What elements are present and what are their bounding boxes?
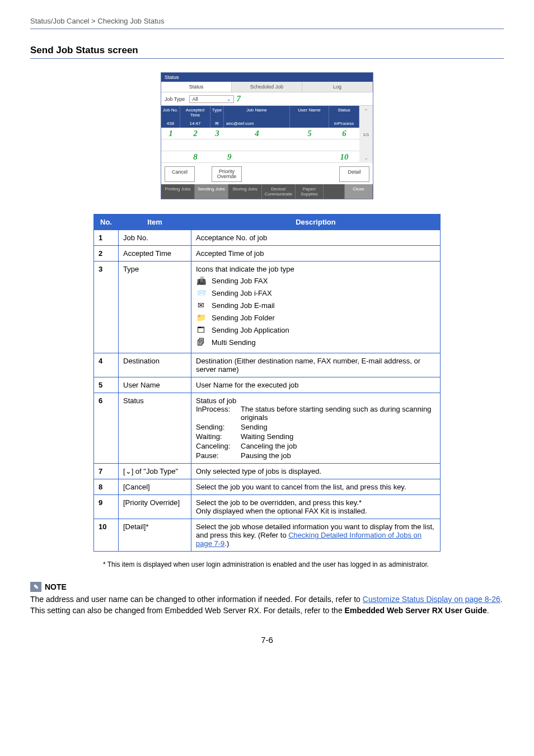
th-item: Item: [119, 214, 191, 230]
close-button[interactable]: Close: [345, 184, 373, 199]
row-no: 7: [99, 467, 102, 475]
row-no: 2: [99, 249, 102, 258]
table-row[interactable]: 438 14:47 ✉ abc@def.com InProcess: [161, 119, 359, 128]
row-item: Destination: [119, 353, 191, 377]
table-row: 2 Accepted Time Accepted Time of job: [94, 246, 441, 262]
row-desc: Only selected type of jobs is displayed.: [191, 464, 441, 479]
cell-type-icon: ✉: [210, 119, 224, 128]
job-type-dropdown[interactable]: All ⌄: [189, 95, 234, 103]
type-label: Sending Job Application: [212, 326, 289, 334]
page-number: 7-6: [30, 635, 504, 645]
footer-tab-device[interactable]: Device/ Communicate: [262, 184, 296, 199]
cell-user: [290, 119, 329, 128]
row-desc: Select the job to be overridden, and pre…: [191, 495, 441, 519]
row-desc: User Name for the executed job: [191, 377, 441, 393]
tab-status[interactable]: Status: [161, 82, 232, 92]
screenshot-figure: Status Status Scheduled Job Log Job Type…: [30, 72, 504, 199]
divider: [30, 29, 504, 29]
chevron-up-icon: ⌃: [364, 108, 368, 114]
type-label: Multi Sending: [212, 338, 256, 347]
status-key: Waiting:: [196, 432, 241, 441]
footer-tab-sending[interactable]: Sending Jobs: [195, 184, 228, 199]
type-label: Sending Job E-mail: [212, 301, 275, 310]
note-icon: ✎: [30, 582, 41, 592]
tab-log[interactable]: Log: [302, 82, 373, 92]
callout-4: 4: [255, 129, 259, 138]
row-desc: Select the job you want to cancel from t…: [191, 479, 441, 495]
status-val: Canceling the job: [241, 442, 435, 450]
ifax-icon: 📨: [196, 288, 206, 298]
application-icon: 🗔: [196, 325, 206, 335]
footer-tab-printing[interactable]: Printing Jobs: [161, 184, 195, 199]
row-desc: Icons that indicate the job type 📠Sendin…: [191, 262, 441, 353]
detail-button[interactable]: Detail: [339, 166, 369, 182]
callout-10: 10: [340, 152, 349, 162]
table-row: 7 [⌄] of "Job Type" Only selected type o…: [94, 464, 441, 479]
table-row: 10 [Detail]* Select the job whose detail…: [94, 519, 441, 552]
cell-status: InProcess: [329, 119, 359, 128]
note-heading: NOTE: [45, 582, 67, 591]
chevron-down-icon: ⌄: [125, 467, 132, 475]
cell-time: 14:47: [180, 119, 210, 128]
status-val: Sending: [241, 423, 435, 431]
table-row: 4 Destination Destination (Either destin…: [94, 353, 441, 377]
scrollbar[interactable]: ⌃ 1/1 ⌄: [359, 106, 373, 163]
type-intro: Icons that indicate the job type: [196, 265, 435, 273]
callout-9: 9: [227, 152, 232, 162]
cancel-button[interactable]: Cancel: [165, 166, 195, 182]
row-no: 3: [99, 265, 102, 273]
cell-name: abc@def.com: [224, 119, 290, 128]
table-row: 9 [Priority Override] Select the job to …: [94, 495, 441, 519]
status-val: Pausing the job: [241, 451, 435, 460]
embedded-web-server-guide: Embedded Web Server RX User Guide: [345, 606, 487, 615]
row-desc: Select the job whose detailed informatio…: [191, 519, 441, 552]
callout-8: 8: [193, 152, 198, 162]
row-item: [Priority Override]: [119, 495, 191, 519]
reference-table: No. Item Description 1 Job No. Acceptanc…: [93, 214, 441, 552]
row-item: [Detail]*: [119, 519, 191, 552]
row-no: 6: [99, 396, 102, 405]
panel-title: Status: [161, 73, 373, 82]
row-item: Status: [119, 393, 191, 464]
status-val: Waiting Sending: [241, 432, 435, 441]
table-row: 6 Status Status of job InProcess:The sta…: [94, 393, 441, 464]
callout-5: 5: [307, 129, 312, 138]
row-no: 10: [99, 522, 106, 531]
status-key: Sending:: [196, 423, 241, 431]
job-type-value: All: [192, 96, 198, 102]
customize-status-link[interactable]: Customize Status Display on page 8-26: [363, 595, 500, 604]
status-key: Pause:: [196, 451, 241, 460]
chevron-down-icon: ⌄: [227, 96, 231, 102]
screenshot-panel: Status Status Scheduled Job Log Job Type…: [161, 72, 373, 199]
job-type-label: Job Type: [165, 96, 185, 102]
callout-6: 6: [342, 129, 346, 138]
callout-7: 7: [236, 94, 241, 104]
type-label: Sending Job Folder: [212, 314, 275, 322]
multi-send-icon: 🗐: [196, 337, 206, 347]
row-desc: Status of job InProcess:The status befor…: [191, 393, 441, 464]
folder-icon: 📁: [196, 312, 206, 323]
email-icon: ✉: [196, 300, 206, 310]
row-item: User Name: [119, 377, 191, 393]
footnote: * This item is displayed when user login…: [103, 561, 504, 568]
row-no: 9: [99, 498, 102, 507]
cell-jobno: 438: [161, 119, 180, 128]
title-underline: [30, 58, 504, 59]
col-time: Accepted Time: [180, 106, 210, 119]
col-type: Type: [210, 106, 224, 119]
row-desc: Acceptance No. of job: [191, 230, 441, 246]
priority-override-button[interactable]: Priority Override: [212, 166, 242, 182]
note-box: ✎ NOTE The address and user name can be …: [30, 582, 504, 616]
row-no: 5: [99, 381, 102, 389]
footer-tab-paper[interactable]: Paper/ Supplies: [296, 184, 324, 199]
row-item: [⌄] of "Job Type": [119, 464, 191, 479]
footer-tab-storing[interactable]: Storing Jobs: [228, 184, 262, 199]
tab-scheduled[interactable]: Scheduled Job: [232, 82, 302, 92]
row-item: Job No.: [119, 230, 191, 246]
col-name: Job Name: [224, 106, 290, 119]
type-label: Sending Job FAX: [212, 277, 268, 285]
callout-3: 3: [215, 129, 219, 138]
section-title: Send Job Status screen: [30, 45, 504, 56]
table-row: 5 User Name User Name for the executed j…: [94, 377, 441, 393]
status-key: InProcess:: [196, 405, 241, 422]
